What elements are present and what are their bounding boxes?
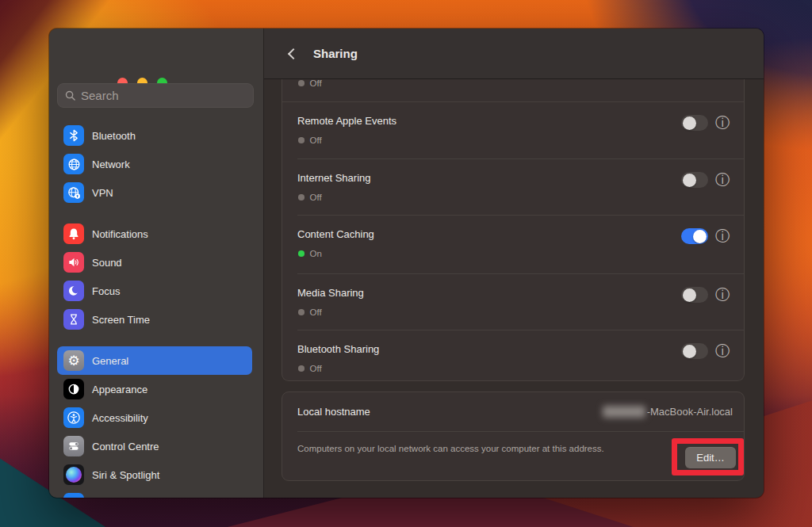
status-text: Off <box>310 364 322 373</box>
settings-sidebar: Search Bluetooth Network VPN <box>49 29 264 498</box>
network-globe-icon <box>63 154 84 174</box>
info-icon[interactable]: ⓘ <box>714 343 730 359</box>
status-text: Off <box>310 136 322 145</box>
row-media-sharing: Media Sharing Off ⓘ <box>282 274 744 330</box>
system-settings-window: Search Bluetooth Network VPN <box>49 29 764 498</box>
bluetooth-sharing-toggle[interactable] <box>681 343 708 359</box>
speaker-icon <box>63 252 84 273</box>
toggle-knob <box>683 174 696 187</box>
row-content-caching: Content Caching On ⓘ <box>282 216 744 273</box>
status-dot <box>298 80 304 86</box>
hostname-row: Local hostname -MacBook-Air.local <box>282 392 744 431</box>
siri-icon <box>63 464 84 485</box>
search-placeholder: Search <box>81 89 119 102</box>
sidebar-item-appearance[interactable]: Appearance <box>57 375 252 403</box>
gear-icon: ⚙ <box>63 350 84 371</box>
sharing-services-card: Off Remote Apple Events Off ⓘ Internet S… <box>282 68 745 381</box>
hostname-label: Local hostname <box>297 406 370 418</box>
info-icon[interactable]: ⓘ <box>714 287 730 303</box>
sidebar-item-label: Notifications <box>92 228 148 240</box>
status-dot <box>298 194 304 200</box>
hostname-description: Computers on your local network can acce… <box>297 441 676 457</box>
info-icon[interactable]: ⓘ <box>714 228 730 244</box>
remote-apple-events-toggle[interactable] <box>681 115 708 131</box>
toggle-knob <box>693 230 707 243</box>
sidebar-item-label: Focus <box>92 285 120 297</box>
sidebar-item-label: Control Centre <box>92 441 159 453</box>
sidebar-item-label: Appearance <box>92 384 147 395</box>
row-internet-sharing: Internet Sharing Off ⓘ <box>282 159 744 215</box>
status-text: On <box>310 249 322 258</box>
sidebar-nav: Bluetooth Network VPN Notifications <box>57 121 256 498</box>
back-button[interactable] <box>282 44 302 64</box>
status-text: Off <box>310 307 322 317</box>
status-dot <box>298 250 304 257</box>
sidebar-item-label: Privacy & Security <box>92 498 175 498</box>
sharing-pane: Sharing Off Remote Apple Events Off ⓘ In… <box>264 29 764 498</box>
sidebar-item-accessibility[interactable]: Accessibility <box>57 403 252 432</box>
sidebar-item-vpn[interactable]: VPN <box>57 178 252 207</box>
hostname-value: -MacBook-Air.local <box>603 406 733 418</box>
toggle-knob <box>683 116 696 130</box>
status-dot <box>298 365 304 372</box>
info-icon[interactable]: ⓘ <box>714 115 730 131</box>
vpn-icon <box>63 182 84 203</box>
annotation-highlight-box <box>672 438 744 475</box>
sidebar-item-label: Siri & Spotlight <box>92 469 159 481</box>
bluetooth-icon <box>63 125 84 146</box>
sidebar-item-bluetooth[interactable]: Bluetooth <box>57 121 252 150</box>
sidebar-item-label: Screen Time <box>92 314 150 326</box>
sidebar-item-control-centre[interactable]: Control Centre <box>57 432 252 460</box>
row-title: Internet Sharing <box>297 172 371 184</box>
sidebar-item-network[interactable]: Network <box>57 150 252 178</box>
sidebar-item-label: Bluetooth <box>92 130 136 142</box>
bell-icon <box>63 223 84 244</box>
sidebar-item-notifications[interactable]: Notifications <box>57 220 252 248</box>
sidebar-item-sound[interactable]: Sound <box>57 248 252 277</box>
hourglass-icon <box>63 309 84 330</box>
chevron-left-icon <box>287 48 298 59</box>
sidebar-item-screen-time[interactable]: Screen Time <box>57 305 252 334</box>
sidebar-item-privacy-security[interactable]: Privacy & Security <box>57 489 252 498</box>
toggle-knob <box>683 345 696 358</box>
sidebar-item-label: Accessibility <box>92 412 148 424</box>
sidebar-item-focus[interactable]: Focus <box>57 277 252 305</box>
sidebar-item-label: Sound <box>92 257 122 269</box>
accessibility-icon <box>63 407 84 428</box>
privacy-hand-icon <box>63 493 84 498</box>
row-bluetooth-sharing: Bluetooth Sharing Off ⓘ <box>282 330 744 384</box>
info-icon[interactable]: ⓘ <box>714 172 730 188</box>
page-title: Sharing <box>313 47 358 60</box>
sidebar-item-label: VPN <box>92 187 113 199</box>
sidebar-item-general[interactable]: ⚙ General <box>57 346 252 375</box>
media-sharing-toggle[interactable] <box>681 287 708 303</box>
row-remote-apple-events: Remote Apple Events Off ⓘ <box>282 102 744 158</box>
status-dot <box>298 309 304 315</box>
hostname-suffix: -MacBook-Air.local <box>647 406 733 418</box>
row-title: Remote Apple Events <box>297 115 396 127</box>
search-icon <box>65 90 75 101</box>
content-caching-toggle[interactable] <box>681 228 708 244</box>
sidebar-item-label: Network <box>92 158 130 170</box>
row-title: Content Caching <box>297 228 374 240</box>
status-text: Off <box>310 78 322 88</box>
search-input[interactable]: Search <box>57 83 254 108</box>
appearance-icon <box>63 379 84 399</box>
row-title: Media Sharing <box>297 287 364 299</box>
toggle-knob <box>683 288 696 302</box>
redacted-name <box>603 406 645 418</box>
content-header: Sharing <box>264 29 764 79</box>
control-centre-icon <box>63 436 84 456</box>
moon-icon <box>63 281 84 301</box>
internet-sharing-toggle[interactable] <box>681 172 708 188</box>
row-title: Bluetooth Sharing <box>297 343 379 355</box>
sidebar-item-label: General <box>92 355 128 367</box>
sidebar-item-siri-spotlight[interactable]: Siri & Spotlight <box>57 460 252 489</box>
status-text: Off <box>310 193 322 202</box>
status-dot <box>298 137 304 143</box>
